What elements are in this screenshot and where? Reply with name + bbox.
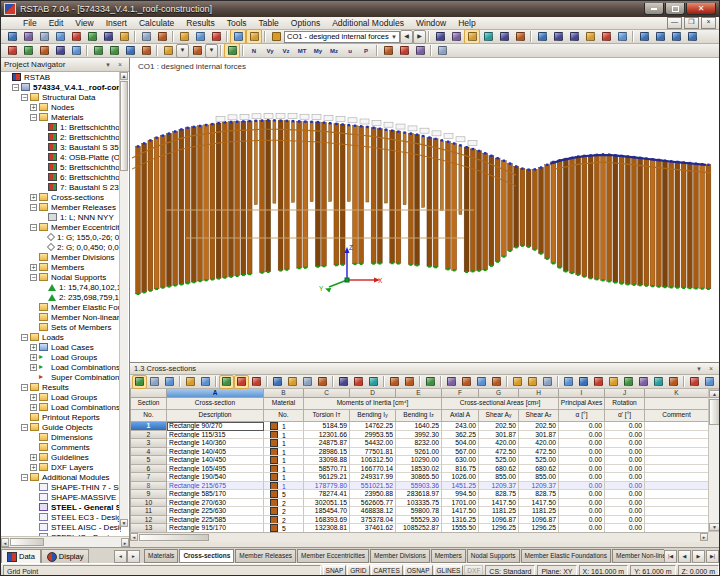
tree-item-1-l-nnn-nyy[interactable]: 1: L; NNN NYY: [1, 212, 121, 222]
view-vertical-icon[interactable]: [402, 375, 417, 389]
tree-item-sets-of-members[interactable]: Sets of Members: [1, 322, 121, 332]
cell-value[interactable]: 23950.88: [350, 490, 396, 499]
menu-insert[interactable]: Insert: [100, 17, 133, 30]
tree-expander-icon[interactable]: −: [30, 204, 37, 211]
sheet-tab-members[interactable]: Members: [431, 549, 466, 563]
load-member-icon[interactable]: [106, 43, 122, 58]
column-header-A[interactable]: A: [167, 389, 264, 398]
tree-item-additional-modules[interactable]: −Additional Modules: [1, 472, 121, 482]
pin-icon[interactable]: ▾: [102, 59, 114, 71]
sheet-tab-nav-2[interactable]: ▶: [692, 550, 705, 563]
tree-item-shape-massive-sectio[interactable]: SHAPE-MASSIVE - Sectio: [1, 492, 121, 502]
refresh-icon[interactable]: [249, 375, 264, 389]
tree-expander-icon[interactable]: −: [21, 424, 28, 431]
cell-value[interactable]: 828.75: [479, 490, 519, 499]
cell-value[interactable]: 0.00: [605, 448, 645, 457]
tree-item-1-g-155-0-26-0-0-0[interactable]: 1: G; 155,0,-26; 0,0,0: [1, 232, 121, 242]
column-header-C[interactable]: C: [304, 389, 350, 398]
copy-icon[interactable]: [84, 29, 100, 44]
open-project-icon[interactable]: [36, 29, 52, 44]
cell-value[interactable]: 1096.87: [519, 516, 559, 525]
cell-value[interactable]: 525.00: [519, 456, 559, 465]
tree-expander-icon[interactable]: −: [30, 114, 37, 121]
cell-value[interactable]: 55529.30: [396, 516, 442, 525]
cell-value[interactable]: 0.00: [605, 473, 645, 482]
row-header-8[interactable]: 8: [131, 482, 167, 491]
cell-value[interactable]: 1640.25: [396, 422, 442, 431]
cell-value[interactable]: 9261.00: [396, 448, 442, 457]
excel-icon[interactable]: [474, 375, 489, 389]
cell-material[interactable]: 5: [264, 490, 304, 499]
tree-item-7-baustahl-s-235-di[interactable]: 7: Baustahl S 235 | DI: [1, 182, 121, 192]
cell-value[interactable]: 77501.81: [350, 448, 396, 457]
tree-item-loads[interactable]: −Loads: [1, 332, 121, 342]
toggle-glines[interactable]: GLINES: [434, 565, 464, 576]
view-horizontal-icon[interactable]: [387, 375, 402, 389]
row-header-11[interactable]: 11: [131, 507, 167, 516]
show-values-icon[interactable]: [652, 29, 668, 44]
cell-material[interactable]: 2: [264, 499, 304, 508]
row-header-9[interactable]: 9: [131, 490, 167, 499]
tree-item-1-brettschichtholz-gl[interactable]: 1: Brettschichtholz Gl: [1, 122, 121, 132]
column-header-H[interactable]: H: [519, 389, 559, 398]
deform-u-icon[interactable]: u: [342, 43, 358, 58]
mdi-minimize-button[interactable]: —: [667, 17, 682, 29]
sheet-tab-materials[interactable]: Materials: [144, 549, 178, 563]
cell-value[interactable]: 0.00: [605, 465, 645, 474]
row-delete-icon[interactable]: [315, 375, 330, 389]
connect-icon[interactable]: [36, 43, 52, 58]
tree-item-2-g-0-0-450-0-0-450[interactable]: 2: G; 0,0,450; 0,0,450: [1, 242, 121, 252]
tree-item-nodal-supports[interactable]: −Nodal Supports: [1, 272, 121, 282]
cell-value[interactable]: 0.00: [559, 439, 605, 448]
cell-description[interactable]: Rectangle 140/405: [167, 448, 264, 457]
title-bar[interactable]: RSTAB 7.04 - [574334_V.4.1._roof-constru…: [1, 1, 719, 17]
tree-item-2-brettschichtholz-gl[interactable]: 2: Brettschichtholz Gl: [1, 132, 121, 142]
cell-value[interactable]: 1026.00: [442, 473, 479, 482]
row-header-12[interactable]: 12: [131, 516, 167, 525]
cell-comment[interactable]: [645, 422, 709, 431]
cell-value[interactable]: 106312.50: [350, 456, 396, 465]
cell-comment[interactable]: [645, 490, 709, 499]
undo-icon[interactable]: [138, 29, 154, 44]
tree-expander-icon[interactable]: −: [21, 94, 28, 101]
cell-value[interactable]: 420.00: [519, 439, 559, 448]
cell-value[interactable]: 5184.59: [304, 422, 350, 431]
cell-value[interactable]: 28986.15: [304, 448, 350, 457]
cell-value[interactable]: 630.00: [442, 456, 479, 465]
tree-expander-icon[interactable]: +: [30, 364, 37, 371]
show-results-icon[interactable]: [636, 29, 652, 44]
row-copy-icon[interactable]: [285, 375, 300, 389]
cell-comment[interactable]: [645, 516, 709, 525]
cell-description[interactable]: Rectangle 165/495: [167, 465, 264, 474]
tree-item-load-combinations[interactable]: +▸Load Combinations: [1, 362, 121, 372]
tree-item-3-baustahl-s-355-di[interactable]: 3: Baustahl S 355 | DI: [1, 142, 121, 152]
tree-item-members[interactable]: +Members: [1, 262, 121, 272]
sheet-tab-member-elastic-foundations[interactable]: Member Elastic Foundations: [521, 549, 611, 563]
tree-item-comments[interactable]: Comments: [1, 442, 121, 452]
load-case-next-icon[interactable]: ▶: [413, 30, 426, 44]
edit-icon[interactable]: [176, 29, 192, 44]
cell-material[interactable]: 1: [264, 473, 304, 482]
toggle-grid[interactable]: GRID: [347, 565, 369, 576]
tree-expander-icon[interactable]: +: [30, 344, 37, 351]
results-toggle-icon[interactable]: [224, 43, 240, 58]
sheet-tab-member-releases[interactable]: Member Releases: [235, 549, 296, 563]
row-insert-icon[interactable]: [270, 375, 285, 389]
cell-value[interactable]: 166770.14: [350, 465, 396, 474]
tree-expander-icon[interactable]: −: [30, 224, 37, 231]
column-header-B[interactable]: B: [264, 389, 304, 398]
tree-item-structural-data[interactable]: −Structural Data: [1, 92, 121, 102]
cell-value[interactable]: 55903.36: [396, 482, 442, 491]
print-preview-icon[interactable]: [116, 29, 132, 44]
col-g-icon[interactable]: [666, 375, 681, 389]
row-header-5[interactable]: 5: [131, 456, 167, 465]
cell-value[interactable]: 202.50: [519, 422, 559, 431]
cell-comment[interactable]: [645, 439, 709, 448]
menu-file[interactable]: File: [17, 17, 43, 30]
cell-value[interactable]: 420.00: [479, 439, 519, 448]
import-table-icon[interactable]: [183, 375, 198, 389]
navigator-hscrollbar[interactable]: ◂ ▸: [1, 536, 129, 547]
cell-value[interactable]: 0.00: [605, 439, 645, 448]
force-vz-icon[interactable]: Vz: [278, 43, 294, 58]
tree-expander-icon[interactable]: +: [30, 104, 37, 111]
